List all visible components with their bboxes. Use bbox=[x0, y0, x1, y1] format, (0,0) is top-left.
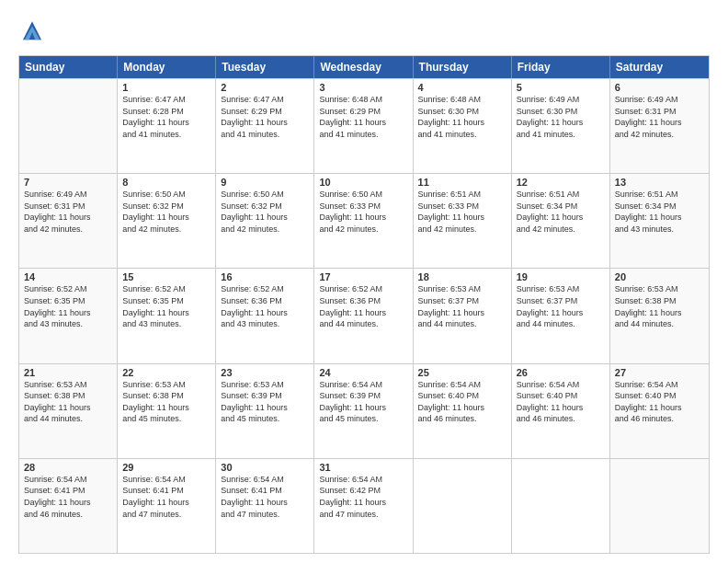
calendar-cell: 10Sunrise: 6:50 AM Sunset: 6:33 PM Dayli… bbox=[314, 174, 413, 268]
weekday-header: Monday bbox=[118, 56, 216, 78]
calendar-cell: 27Sunrise: 6:54 AM Sunset: 6:40 PM Dayli… bbox=[610, 364, 709, 458]
calendar-cell: 25Sunrise: 6:54 AM Sunset: 6:40 PM Dayli… bbox=[414, 364, 512, 458]
day-info: Sunrise: 6:54 AM Sunset: 6:41 PM Dayligh… bbox=[24, 474, 112, 520]
calendar-cell: 20Sunrise: 6:53 AM Sunset: 6:38 PM Dayli… bbox=[610, 269, 709, 362]
calendar-cell: 22Sunrise: 6:53 AM Sunset: 6:38 PM Dayli… bbox=[118, 364, 216, 458]
calendar-body: 1Sunrise: 6:47 AM Sunset: 6:28 PM Daylig… bbox=[19, 78, 709, 553]
calendar-cell: 8Sunrise: 6:50 AM Sunset: 6:32 PM Daylig… bbox=[118, 174, 216, 268]
day-number: 4 bbox=[418, 82, 506, 93]
day-info: Sunrise: 6:54 AM Sunset: 6:41 PM Dayligh… bbox=[122, 474, 210, 520]
header bbox=[18, 18, 710, 46]
day-number: 2 bbox=[221, 82, 309, 93]
day-info: Sunrise: 6:54 AM Sunset: 6:39 PM Dayligh… bbox=[319, 379, 407, 425]
day-info: Sunrise: 6:54 AM Sunset: 6:41 PM Dayligh… bbox=[221, 474, 309, 520]
calendar-cell: 4Sunrise: 6:48 AM Sunset: 6:30 PM Daylig… bbox=[414, 79, 512, 173]
calendar-cell: 12Sunrise: 6:51 AM Sunset: 6:34 PM Dayli… bbox=[512, 174, 610, 268]
day-info: Sunrise: 6:50 AM Sunset: 6:33 PM Dayligh… bbox=[319, 189, 407, 235]
day-number: 31 bbox=[319, 462, 407, 473]
day-info: Sunrise: 6:47 AM Sunset: 6:29 PM Dayligh… bbox=[221, 94, 309, 140]
day-number: 20 bbox=[615, 271, 704, 282]
calendar-cell: 14Sunrise: 6:52 AM Sunset: 6:35 PM Dayli… bbox=[19, 269, 118, 362]
day-info: Sunrise: 6:48 AM Sunset: 6:30 PM Dayligh… bbox=[418, 94, 506, 140]
day-number: 16 bbox=[221, 271, 309, 282]
day-info: Sunrise: 6:49 AM Sunset: 6:30 PM Dayligh… bbox=[517, 94, 605, 140]
calendar-cell bbox=[414, 459, 512, 553]
calendar-cell: 9Sunrise: 6:50 AM Sunset: 6:32 PM Daylig… bbox=[216, 174, 314, 268]
day-number: 26 bbox=[517, 367, 605, 378]
day-info: Sunrise: 6:54 AM Sunset: 6:40 PM Dayligh… bbox=[517, 379, 605, 425]
day-info: Sunrise: 6:52 AM Sunset: 6:35 PM Dayligh… bbox=[122, 283, 210, 329]
weekday-header: Sunday bbox=[19, 56, 118, 78]
calendar-cell: 21Sunrise: 6:53 AM Sunset: 6:38 PM Dayli… bbox=[19, 364, 118, 458]
calendar-cell bbox=[19, 79, 118, 173]
day-info: Sunrise: 6:50 AM Sunset: 6:32 PM Dayligh… bbox=[122, 189, 210, 235]
calendar-cell: 3Sunrise: 6:48 AM Sunset: 6:29 PM Daylig… bbox=[314, 79, 413, 173]
day-info: Sunrise: 6:53 AM Sunset: 6:37 PM Dayligh… bbox=[418, 283, 506, 329]
day-info: Sunrise: 6:53 AM Sunset: 6:38 PM Dayligh… bbox=[24, 379, 112, 425]
calendar-header: SundayMondayTuesdayWednesdayThursdayFrid… bbox=[19, 56, 709, 78]
calendar-cell: 5Sunrise: 6:49 AM Sunset: 6:30 PM Daylig… bbox=[512, 79, 610, 173]
day-number: 15 bbox=[122, 271, 210, 282]
calendar-cell: 24Sunrise: 6:54 AM Sunset: 6:39 PM Dayli… bbox=[314, 364, 413, 458]
day-number: 13 bbox=[615, 177, 704, 188]
calendar-cell: 26Sunrise: 6:54 AM Sunset: 6:40 PM Dayli… bbox=[512, 364, 610, 458]
calendar: SundayMondayTuesdayWednesdayThursdayFrid… bbox=[18, 55, 710, 554]
day-number: 1 bbox=[122, 82, 210, 93]
day-number: 17 bbox=[319, 271, 407, 282]
calendar-row: 14Sunrise: 6:52 AM Sunset: 6:35 PM Dayli… bbox=[19, 268, 709, 362]
day-number: 23 bbox=[221, 367, 309, 378]
day-info: Sunrise: 6:49 AM Sunset: 6:31 PM Dayligh… bbox=[615, 94, 704, 140]
calendar-row: 21Sunrise: 6:53 AM Sunset: 6:38 PM Dayli… bbox=[19, 363, 709, 458]
calendar-cell: 7Sunrise: 6:49 AM Sunset: 6:31 PM Daylig… bbox=[19, 174, 118, 268]
weekday-header: Saturday bbox=[610, 56, 709, 78]
day-info: Sunrise: 6:51 AM Sunset: 6:34 PM Dayligh… bbox=[615, 189, 704, 235]
calendar-cell: 29Sunrise: 6:54 AM Sunset: 6:41 PM Dayli… bbox=[118, 459, 216, 553]
day-number: 6 bbox=[615, 82, 704, 93]
day-info: Sunrise: 6:53 AM Sunset: 6:37 PM Dayligh… bbox=[517, 283, 605, 329]
calendar-cell: 17Sunrise: 6:52 AM Sunset: 6:36 PM Dayli… bbox=[314, 269, 413, 362]
day-number: 3 bbox=[319, 82, 407, 93]
weekday-header: Tuesday bbox=[216, 56, 314, 78]
day-info: Sunrise: 6:52 AM Sunset: 6:35 PM Dayligh… bbox=[24, 283, 112, 329]
day-info: Sunrise: 6:54 AM Sunset: 6:42 PM Dayligh… bbox=[319, 474, 407, 520]
calendar-cell: 31Sunrise: 6:54 AM Sunset: 6:42 PM Dayli… bbox=[314, 459, 413, 553]
day-number: 18 bbox=[418, 271, 506, 282]
day-info: Sunrise: 6:51 AM Sunset: 6:33 PM Dayligh… bbox=[418, 189, 506, 235]
page: SundayMondayTuesdayWednesdayThursdayFrid… bbox=[0, 0, 728, 563]
day-number: 7 bbox=[24, 177, 112, 188]
day-number: 22 bbox=[122, 367, 210, 378]
day-info: Sunrise: 6:50 AM Sunset: 6:32 PM Dayligh… bbox=[221, 189, 309, 235]
calendar-cell: 6Sunrise: 6:49 AM Sunset: 6:31 PM Daylig… bbox=[610, 79, 709, 173]
day-info: Sunrise: 6:54 AM Sunset: 6:40 PM Dayligh… bbox=[418, 379, 506, 425]
day-number: 19 bbox=[517, 271, 605, 282]
day-info: Sunrise: 6:47 AM Sunset: 6:28 PM Dayligh… bbox=[122, 94, 210, 140]
calendar-row: 28Sunrise: 6:54 AM Sunset: 6:41 PM Dayli… bbox=[19, 458, 709, 553]
day-number: 10 bbox=[319, 177, 407, 188]
day-number: 28 bbox=[24, 462, 112, 473]
day-number: 24 bbox=[319, 367, 407, 378]
calendar-cell: 28Sunrise: 6:54 AM Sunset: 6:41 PM Dayli… bbox=[19, 459, 118, 553]
day-number: 27 bbox=[615, 367, 704, 378]
day-info: Sunrise: 6:53 AM Sunset: 6:39 PM Dayligh… bbox=[221, 379, 309, 425]
calendar-cell bbox=[512, 459, 610, 553]
day-number: 12 bbox=[517, 177, 605, 188]
calendar-cell: 23Sunrise: 6:53 AM Sunset: 6:39 PM Dayli… bbox=[216, 364, 314, 458]
logo-icon bbox=[18, 18, 46, 46]
day-number: 5 bbox=[517, 82, 605, 93]
day-number: 14 bbox=[24, 271, 112, 282]
day-info: Sunrise: 6:48 AM Sunset: 6:29 PM Dayligh… bbox=[319, 94, 407, 140]
calendar-row: 7Sunrise: 6:49 AM Sunset: 6:31 PM Daylig… bbox=[19, 173, 709, 268]
calendar-cell: 1Sunrise: 6:47 AM Sunset: 6:28 PM Daylig… bbox=[118, 79, 216, 173]
weekday-header: Thursday bbox=[414, 56, 512, 78]
calendar-cell: 2Sunrise: 6:47 AM Sunset: 6:29 PM Daylig… bbox=[216, 79, 314, 173]
day-info: Sunrise: 6:52 AM Sunset: 6:36 PM Dayligh… bbox=[319, 283, 407, 329]
calendar-cell: 11Sunrise: 6:51 AM Sunset: 6:33 PM Dayli… bbox=[414, 174, 512, 268]
day-number: 21 bbox=[24, 367, 112, 378]
calendar-cell: 18Sunrise: 6:53 AM Sunset: 6:37 PM Dayli… bbox=[414, 269, 512, 362]
day-info: Sunrise: 6:49 AM Sunset: 6:31 PM Dayligh… bbox=[24, 189, 112, 235]
day-info: Sunrise: 6:52 AM Sunset: 6:36 PM Dayligh… bbox=[221, 283, 309, 329]
day-number: 11 bbox=[418, 177, 506, 188]
day-info: Sunrise: 6:53 AM Sunset: 6:38 PM Dayligh… bbox=[122, 379, 210, 425]
day-info: Sunrise: 6:51 AM Sunset: 6:34 PM Dayligh… bbox=[517, 189, 605, 235]
calendar-row: 1Sunrise: 6:47 AM Sunset: 6:28 PM Daylig… bbox=[19, 78, 709, 173]
